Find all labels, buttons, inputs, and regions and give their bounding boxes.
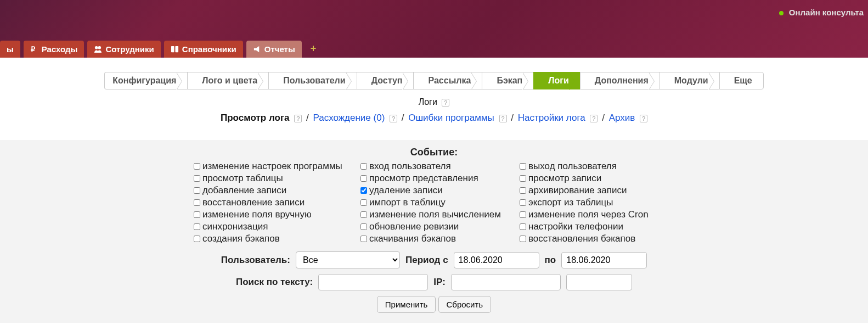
help-icon[interactable]: ?: [499, 115, 507, 122]
event-checkbox[interactable]: [194, 175, 200, 182]
event-checkbox[interactable]: [520, 187, 526, 194]
search-label: Поиск по тексту:: [236, 277, 313, 288]
page-title: Логи ?: [0, 94, 868, 113]
event-checkbox[interactable]: [194, 163, 200, 170]
help-icon[interactable]: ?: [390, 115, 397, 122]
event-checkbox-row[interactable]: восстановления бэкапов: [517, 233, 677, 245]
event-checkbox-row[interactable]: архивирование записи: [517, 184, 677, 197]
event-checkbox-row[interactable]: изменение поля вычислением: [358, 209, 515, 221]
help-icon[interactable]: ?: [590, 115, 598, 122]
breadcrumb-item[interactable]: Рассылка: [413, 72, 482, 89]
tab-employees[interactable]: Сотрудники: [87, 41, 160, 58]
events-grid: изменение настроек программыпросмотр таб…: [0, 160, 868, 245]
event-checkbox-row[interactable]: изменение поля через Cron: [517, 209, 677, 221]
event-checkbox-row[interactable]: создания бэкапов: [191, 233, 356, 245]
breadcrumb-item[interactable]: Конфигурация: [104, 72, 187, 89]
event-checkbox[interactable]: [520, 163, 526, 170]
top-tabs: ы ₽ Расходы Сотрудники Справочники Отчет…: [0, 40, 322, 58]
event-checkbox-row[interactable]: восстановление записи: [191, 197, 356, 209]
event-checkbox-row[interactable]: просмотр представления: [358, 172, 515, 184]
separator: /: [306, 113, 309, 123]
breadcrumb-item[interactable]: Дополнения: [580, 72, 660, 89]
event-label: изменение поля вычислением: [369, 209, 501, 220]
extra-input[interactable]: [566, 274, 632, 290]
event-checkbox-row[interactable]: изменение поля вручную: [191, 209, 356, 221]
tab-expenses-label: Расходы: [42, 44, 78, 54]
event-checkbox-row[interactable]: обновление ревизии: [358, 221, 515, 233]
filter-form: Пользователь: Все Период с по Поиск по т…: [187, 251, 681, 313]
event-checkbox-row[interactable]: скачивания бэкапов: [358, 233, 515, 245]
ip-label: IP:: [433, 277, 446, 288]
filter-area: Событие: изменение настроек программыпро…: [0, 140, 868, 323]
online-consult-text: Онлайн консульта: [789, 8, 864, 17]
event-checkbox[interactable]: [194, 211, 200, 218]
event-checkbox[interactable]: [520, 211, 526, 218]
apply-button[interactable]: Применить: [377, 296, 436, 313]
event-checkbox-row[interactable]: экспорт из таблицы: [517, 197, 677, 209]
tab-references[interactable]: Справочники: [164, 41, 243, 58]
tab-expenses[interactable]: ₽ Расходы: [24, 41, 84, 58]
event-checkbox[interactable]: [360, 211, 367, 218]
breadcrumb-item[interactable]: Логи: [533, 72, 580, 89]
reset-button[interactable]: Сбросить: [438, 296, 492, 313]
event-checkbox-row[interactable]: выход пользователя: [517, 160, 677, 172]
subnav-link-settings[interactable]: Настройки лога: [518, 113, 585, 123]
event-checkbox-row[interactable]: импорт в таблицу: [358, 197, 515, 209]
event-checkbox[interactable]: [520, 199, 526, 206]
event-checkbox[interactable]: [194, 199, 200, 206]
event-checkbox[interactable]: [194, 223, 200, 230]
user-select[interactable]: Все: [296, 251, 400, 268]
event-label: скачивания бэкапов: [369, 233, 456, 244]
event-checkbox[interactable]: [360, 199, 367, 206]
event-checkbox-row[interactable]: вход пользователя: [358, 160, 515, 172]
help-icon[interactable]: ?: [294, 115, 302, 122]
online-consult-badge[interactable]: Онлайн консульта: [779, 8, 864, 17]
event-checkbox-row[interactable]: синхронизация: [191, 221, 356, 233]
tab-add[interactable]: +: [305, 40, 322, 58]
event-checkbox[interactable]: [194, 236, 200, 242]
tab-partial[interactable]: ы: [0, 41, 20, 58]
tab-reports[interactable]: Отчеты: [246, 41, 302, 58]
event-checkbox[interactable]: [360, 187, 367, 194]
breadcrumb-item[interactable]: Бэкап: [482, 72, 533, 89]
event-checkbox-row[interactable]: просмотр таблицы: [191, 172, 356, 184]
event-label: удаление записи: [369, 185, 443, 196]
megaphone-icon: [253, 45, 261, 53]
event-label: вход пользователя: [369, 161, 451, 172]
event-checkbox[interactable]: [520, 236, 526, 242]
event-checkbox[interactable]: [360, 175, 367, 182]
breadcrumb-item[interactable]: Модули: [660, 72, 719, 89]
breadcrumb-item[interactable]: Пользователи: [268, 72, 356, 89]
date-from-input[interactable]: [454, 252, 539, 268]
event-checkbox[interactable]: [520, 223, 526, 230]
event-checkbox[interactable]: [520, 175, 526, 182]
separator: /: [402, 113, 404, 123]
subnav-link-discrepancy[interactable]: Расхождение (0): [313, 113, 385, 123]
date-to-input[interactable]: [561, 252, 647, 268]
event-checkbox[interactable]: [360, 223, 367, 230]
breadcrumb-item[interactable]: Доступ: [357, 72, 414, 89]
event-checkbox-row[interactable]: изменение настроек программы: [191, 160, 356, 172]
help-icon[interactable]: ?: [442, 99, 449, 107]
separator: /: [602, 113, 605, 123]
header-bar: Онлайн консульта ы ₽ Расходы Сотрудники …: [0, 0, 868, 58]
subnav-link-archive[interactable]: Архив: [609, 113, 635, 123]
ruble-icon: ₽: [30, 45, 38, 53]
form-buttons: Применить Сбросить: [187, 296, 681, 313]
event-checkbox-row[interactable]: добавление записи: [191, 184, 356, 197]
breadcrumb-item[interactable]: Лого и цвета: [187, 72, 268, 89]
event-checkbox[interactable]: [360, 163, 367, 170]
event-checkbox-row[interactable]: настройки телефонии: [517, 221, 677, 233]
event-label: изменение поля вручную: [202, 209, 312, 220]
ip-input[interactable]: [451, 274, 561, 290]
period-to-label: по: [545, 255, 556, 266]
subnav-link-errors[interactable]: Ошибки программы: [408, 113, 494, 123]
search-text-input[interactable]: [318, 274, 428, 290]
event-checkbox[interactable]: [360, 236, 367, 242]
event-checkbox-row[interactable]: просмотр записи: [517, 172, 677, 184]
help-icon[interactable]: ?: [640, 115, 647, 122]
event-checkbox[interactable]: [194, 187, 200, 194]
breadcrumb-item[interactable]: Еще: [719, 72, 764, 89]
form-row-search-ip: Поиск по тексту: IP:: [187, 274, 681, 290]
event-checkbox-row[interactable]: удаление записи: [358, 184, 515, 197]
